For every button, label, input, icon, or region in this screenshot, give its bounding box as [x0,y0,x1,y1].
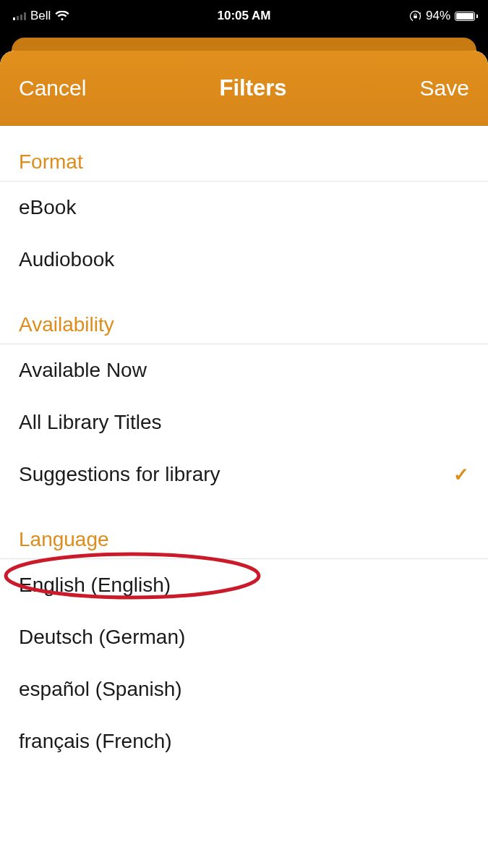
filter-row-audiobook[interactable]: Audiobook [0,234,488,286]
cancel-button[interactable]: Cancel [19,76,86,101]
row-label: English (English) [19,574,171,597]
filters-content: Format eBook Audiobook Availability Avai… [0,126,488,868]
filter-row-francais[interactable]: français (French) [0,715,488,767]
section-header-format: Format [0,126,488,181]
status-left: Bell [13,9,69,23]
svg-rect-1 [414,15,417,18]
row-label: Audiobook [19,248,114,271]
row-label: Available Now [19,359,147,382]
row-label: Suggestions for library [19,463,221,486]
filter-row-all-library-titles[interactable]: All Library Titles [0,396,488,448]
row-label: Deutsch (German) [19,626,185,649]
filter-row-available-now[interactable]: Available Now [0,344,488,396]
wifi-icon [55,11,69,21]
carrier-label: Bell [30,9,51,23]
section-header-availability: Availability [0,286,488,344]
filter-row-deutsch[interactable]: Deutsch (German) [0,611,488,663]
section-header-language: Language [0,501,488,558]
filter-row-ebook[interactable]: eBook [0,182,488,234]
cellular-signal-icon [13,12,26,20]
status-bar: Bell 10:05 AM 94% [0,0,488,32]
status-right: 94% [409,9,478,23]
modal-title: Filters [219,75,286,101]
filter-row-english[interactable]: English (English) [0,559,488,611]
save-button[interactable]: Save [420,76,469,101]
filter-row-suggestions-for-library[interactable]: Suggestions for library ✓ [0,448,488,501]
modal-nav-bar: Cancel Filters Save [0,51,488,126]
row-label: All Library Titles [19,411,162,434]
rotation-lock-icon [409,10,421,22]
battery-percent: 94% [426,9,450,23]
row-label: español (Spanish) [19,678,182,701]
filters-modal-sheet: Cancel Filters Save Format eBook Audiobo… [0,51,488,868]
filter-row-espanol[interactable]: español (Spanish) [0,663,488,715]
row-label: eBook [19,196,76,219]
row-label: français (French) [19,730,172,753]
checkmark-icon: ✓ [453,464,469,486]
battery-icon [455,12,478,21]
